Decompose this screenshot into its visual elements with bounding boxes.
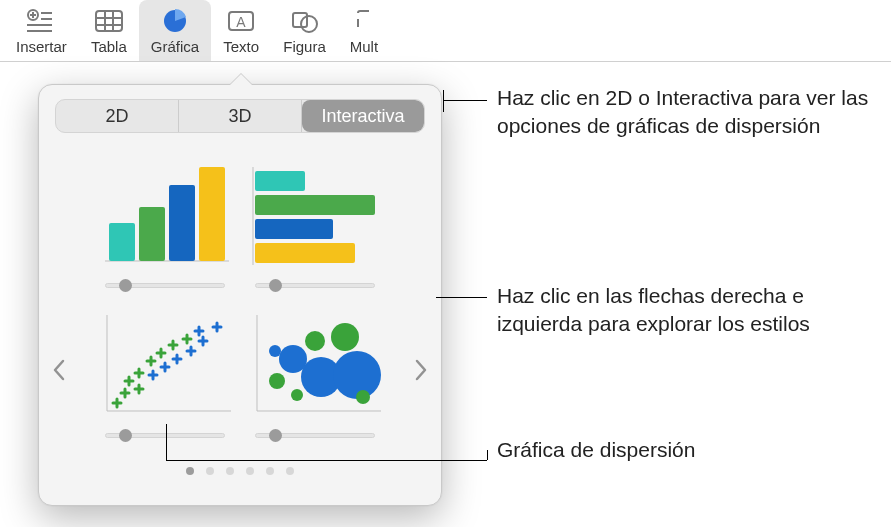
svg-rect-24 [255,171,305,191]
svg-point-72 [269,345,281,357]
style-slider[interactable] [255,279,375,291]
style-slider[interactable] [255,429,375,441]
toolbar-shape[interactable]: Figura [271,0,338,61]
page-dot[interactable] [286,467,294,475]
svg-rect-7 [96,11,122,31]
media-icon [355,6,373,36]
scatter-preview [95,311,235,419]
svg-point-16 [301,16,317,32]
svg-rect-20 [139,207,165,261]
chart-type-segmented-control: 2D 3D Interactiva [55,99,425,133]
callout-line-scatter [166,460,487,461]
page-dot[interactable] [226,467,234,475]
callout-line-tabs [443,100,487,101]
toolbar: Insertar Tabla Gráfica A [0,0,891,62]
bar-horizontal-preview [245,161,385,269]
callout-line-arrows [436,297,487,298]
page-dot[interactable] [246,467,254,475]
chart-style-grid [55,133,425,449]
svg-point-64 [269,373,285,389]
svg-rect-15 [293,13,307,27]
toolbar-label: Figura [283,38,326,55]
svg-point-69 [331,323,359,351]
svg-rect-19 [109,223,135,261]
toolbar-text[interactable]: A Texto [211,0,271,61]
page-dots [55,467,425,475]
svg-rect-21 [169,185,195,261]
chart-option-scatter[interactable] [95,311,235,441]
toolbar-insert[interactable]: Insertar [4,0,79,61]
chart-option-bar-horizontal[interactable] [245,161,385,291]
toolbar-media[interactable]: Mult [338,0,380,61]
toolbar-chart[interactable]: Gráfica [139,0,211,61]
chart-option-bubble[interactable] [245,311,385,441]
chart-option-bar-vertical[interactable] [95,161,235,291]
svg-rect-22 [199,167,225,261]
callout-line-scatter-v [166,424,167,460]
chart-icon [157,6,193,36]
callout-line-tabs-bracket [443,90,444,112]
svg-text:A: A [237,14,247,30]
style-slider[interactable] [105,429,225,441]
style-slider[interactable] [105,279,225,291]
bubble-preview [245,311,385,419]
svg-rect-27 [255,243,355,263]
style-prev-arrow[interactable] [47,355,71,385]
callout-scatter: Gráfica de dispersión [497,436,877,464]
text-icon: A [223,6,259,36]
toolbar-label: Tabla [91,38,127,55]
svg-point-71 [356,390,370,404]
shape-icon [286,6,322,36]
page-dot[interactable] [186,467,194,475]
svg-point-66 [291,389,303,401]
toolbar-label: Mult [350,38,378,55]
svg-rect-25 [255,195,375,215]
callout-line-scatter-end [487,450,488,460]
page-dot[interactable] [266,467,274,475]
toolbar-label: Texto [223,38,259,55]
chart-popover: 2D 3D Interactiva [38,84,442,506]
style-next-arrow[interactable] [409,355,433,385]
svg-point-70 [333,351,381,399]
toolbar-label: Insertar [16,38,67,55]
tab-2d[interactable]: 2D [56,100,179,132]
tab-3d[interactable]: 3D [179,100,302,132]
svg-rect-26 [255,219,333,239]
svg-point-67 [305,331,325,351]
table-icon [91,6,127,36]
toolbar-label: Gráfica [151,38,199,55]
insert-icon [23,6,59,36]
callout-tabs: Haz clic en 2D o Interactiva para ver la… [497,84,877,141]
tab-interactive[interactable]: Interactiva [302,100,424,132]
bar-vertical-preview [95,161,235,269]
page-dot[interactable] [206,467,214,475]
toolbar-table[interactable]: Tabla [79,0,139,61]
callout-arrows: Haz clic en las flechas derecha e izquie… [497,282,877,339]
